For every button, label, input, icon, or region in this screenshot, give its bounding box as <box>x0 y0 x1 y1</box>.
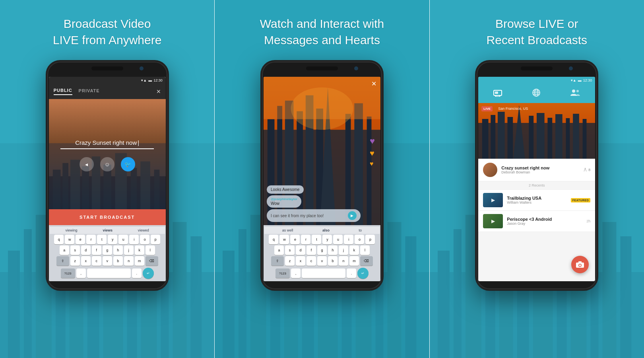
p2-key-e[interactable]: e <box>290 235 300 244</box>
p2-key-shift[interactable]: ⇧ <box>271 256 284 266</box>
key-g[interactable]: g <box>103 245 112 255</box>
key-o[interactable]: o <box>140 235 149 244</box>
start-broadcast-button[interactable]: START BROADCAST <box>49 209 166 225</box>
p2-key-delete[interactable]: ⌫ <box>360 256 373 266</box>
suggestion-2[interactable]: views <box>103 228 113 232</box>
share-icons-row: ◂ ☺ 🐦 <box>80 157 135 171</box>
message-input-row[interactable]: I can see it from my place too! ▶ <box>267 209 361 222</box>
p2-key-w[interactable]: w <box>279 235 289 244</box>
key-r[interactable]: r <box>86 235 96 244</box>
fab-camera-button[interactable] <box>571 256 589 273</box>
message-input-text[interactable]: I can see it from my place too! <box>271 214 324 218</box>
p2-key-return[interactable]: ↵ <box>357 268 369 279</box>
suggestion-3[interactable]: viewed <box>138 228 149 232</box>
key-n[interactable]: n <box>124 256 134 266</box>
key-delete[interactable]: ⌫ <box>145 256 158 266</box>
p2-key-k[interactable]: k <box>349 245 359 255</box>
p2-key-j[interactable]: j <box>339 245 348 255</box>
featured-video[interactable]: LIVE San Francisco, US <box>478 103 595 159</box>
recent-item-2[interactable]: ▶ Periscope <3 Android Jason Gray 2h <box>478 211 595 232</box>
send-button[interactable]: ▶ <box>348 211 357 220</box>
close-button[interactable]: ✕ <box>156 88 161 95</box>
p2-key-space[interactable] <box>302 268 345 278</box>
p2-key-u[interactable]: u <box>333 235 343 244</box>
p2-key-p[interactable]: p <box>365 235 375 244</box>
p2-key-123[interactable]: ?123 <box>275 268 290 278</box>
key-space[interactable] <box>87 268 131 278</box>
p2-key-a[interactable]: a <box>274 245 284 255</box>
p2-key-d[interactable]: d <box>296 245 305 255</box>
key-q[interactable]: q <box>54 235 64 244</box>
suggestion-1[interactable]: viewing <box>66 228 78 232</box>
p2-key-comma[interactable]: , <box>291 268 301 278</box>
phone2-wrapper: ✕ ♥ ♥ ♥ Looks Awesome <box>260 60 384 358</box>
location-share-icon[interactable]: ◂ <box>80 157 94 171</box>
key-123[interactable]: ?123 <box>61 268 75 278</box>
nav-global-icon[interactable] <box>532 88 541 99</box>
divider-2 <box>429 0 430 358</box>
key-x[interactable]: x <box>81 256 91 266</box>
p2-key-z[interactable]: z <box>285 256 295 266</box>
p2-key-t[interactable]: t <box>312 235 321 244</box>
p2-key-g[interactable]: g <box>317 245 327 255</box>
key-t[interactable]: t <box>97 235 107 244</box>
key-return[interactable]: ↵ <box>143 268 154 279</box>
phone2-suggestion-3[interactable]: to <box>359 228 362 232</box>
p2-key-x[interactable]: x <box>296 256 305 266</box>
nav-people-icon[interactable] <box>570 89 580 98</box>
key-d[interactable]: d <box>81 245 91 255</box>
key-h[interactable]: h <box>113 245 123 255</box>
nav-live-icon[interactable] <box>493 89 502 99</box>
tab-public[interactable]: PUBLIC <box>54 88 72 95</box>
p2-key-h[interactable]: h <box>328 245 338 255</box>
twitter-share-icon[interactable]: 🐦 <box>121 157 135 171</box>
key-k[interactable]: k <box>135 245 144 255</box>
p2-key-c[interactable]: c <box>306 256 316 266</box>
p2-key-m[interactable]: m <box>349 256 359 266</box>
key-c[interactable]: c <box>92 256 101 266</box>
recent-item-1[interactable]: ▶ Trailblazing USA William Walters FEATU… <box>478 190 595 211</box>
key-w[interactable]: w <box>65 235 74 244</box>
key-m[interactable]: m <box>135 256 144 266</box>
tab-private[interactable]: PRIVATE <box>79 88 100 95</box>
p2-key-n[interactable]: n <box>339 256 348 266</box>
svg-point-53 <box>291 88 353 130</box>
p2-key-q[interactable]: q <box>269 235 278 244</box>
key-u[interactable]: u <box>118 235 128 244</box>
svg-rect-51 <box>367 117 372 225</box>
key-f[interactable]: f <box>92 245 101 255</box>
key-z[interactable]: z <box>70 256 80 266</box>
p2-key-i[interactable]: i <box>344 235 353 244</box>
key-j[interactable]: j <box>124 245 134 255</box>
key-e[interactable]: e <box>76 235 85 244</box>
key-shift[interactable]: ⇧ <box>56 256 69 266</box>
signal-icon: ▾▲ <box>141 78 147 82</box>
p2-key-o[interactable]: o <box>355 235 364 244</box>
key-comma[interactable]: , <box>76 268 86 278</box>
p2-key-l[interactable]: l <box>360 245 370 255</box>
key-p[interactable]: p <box>151 235 160 244</box>
phone2-close-button[interactable]: ✕ <box>371 80 376 88</box>
p2-key-s[interactable]: s <box>285 245 295 255</box>
p2-key-r[interactable]: r <box>301 235 310 244</box>
key-a[interactable]: a <box>60 245 69 255</box>
key-v[interactable]: v <box>103 256 112 266</box>
contacts-share-icon[interactable]: ☺ <box>100 157 114 171</box>
key-b[interactable]: b <box>113 256 123 266</box>
p2-key-b[interactable]: b <box>328 256 338 266</box>
key-i[interactable]: i <box>129 235 139 244</box>
p2-key-f[interactable]: f <box>306 245 316 255</box>
key-y[interactable]: y <box>108 235 117 244</box>
p2-key-y[interactable]: y <box>322 235 332 244</box>
featured-broadcast-card[interactable]: Crazy sunset right now Deborah Bowman 8 <box>478 159 595 181</box>
phone1-keyboard[interactable]: viewing views viewed q w e r t y u <box>49 225 166 281</box>
key-l[interactable]: l <box>145 245 155 255</box>
p2-key-period[interactable]: . <box>347 268 356 278</box>
p2-key-v[interactable]: v <box>317 256 327 266</box>
key-s[interactable]: s <box>70 245 80 255</box>
broadcast-title-input[interactable]: Crazy Sunset right now <box>75 139 137 146</box>
phone2-suggestion-1[interactable]: as well <box>282 228 293 232</box>
phone2-suggestion-2[interactable]: also <box>322 228 330 232</box>
phone2-keyboard[interactable]: as well also to q w e r t y u i <box>264 225 380 281</box>
key-period[interactable]: . <box>132 268 142 278</box>
